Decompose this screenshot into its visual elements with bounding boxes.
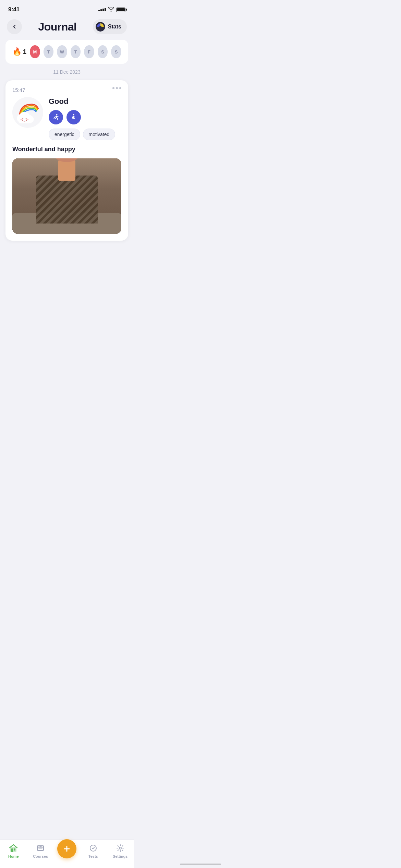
entry-date: 11 Dec 2023	[53, 69, 80, 75]
dot-1	[112, 87, 114, 89]
day-thursday[interactable]: T	[71, 45, 81, 58]
journal-entry-card: 15:47	[5, 80, 128, 241]
entry-content: Good	[12, 97, 121, 140]
day-friday[interactable]: F	[84, 45, 94, 58]
walk-activity-button[interactable]	[66, 110, 81, 124]
stats-label: Stats	[108, 24, 121, 30]
flame-icon: 🔥	[12, 47, 22, 56]
entry-note: Wonderful and happy	[12, 146, 121, 153]
tag-energetic[interactable]: energetic	[49, 129, 80, 140]
svg-point-16	[56, 114, 58, 116]
mood-details: Good	[49, 97, 121, 140]
streak-row: 🔥 1 M T W T F S S	[5, 40, 128, 64]
status-icons	[98, 7, 125, 13]
svg-point-15	[26, 119, 28, 120]
entry-image[interactable]	[12, 158, 121, 234]
entry-header: 15:47	[12, 87, 121, 93]
streak-count: 1	[23, 48, 26, 56]
stats-button[interactable]: Stats	[93, 19, 127, 34]
mood-emoji	[12, 97, 43, 128]
streak-badge: 🔥 1	[12, 47, 26, 56]
status-time: 9:41	[8, 6, 20, 13]
svg-point-1	[99, 26, 101, 28]
page-title: Journal	[38, 21, 76, 33]
wifi-icon	[108, 7, 114, 13]
day-wednesday[interactable]: W	[57, 45, 67, 58]
svg-point-11	[20, 112, 29, 119]
tag-motivated[interactable]: motivated	[83, 129, 116, 140]
exercise-activity-button[interactable]	[49, 110, 63, 124]
day-sunday[interactable]: S	[111, 45, 121, 58]
photo-content	[12, 158, 121, 234]
header: Journal Stats	[0, 16, 134, 40]
mood-title: Good	[49, 97, 121, 106]
day-tuesday[interactable]: T	[44, 45, 54, 58]
day-saturday[interactable]: S	[98, 45, 108, 58]
status-bar: 9:41	[0, 0, 134, 16]
svg-point-13	[26, 118, 27, 119]
battery-icon	[116, 8, 125, 12]
svg-point-12	[22, 118, 23, 119]
back-button[interactable]	[7, 19, 22, 34]
svg-point-17	[73, 114, 74, 116]
date-divider: 11 Dec 2023	[0, 64, 134, 80]
signal-icon	[98, 8, 106, 11]
dot-3	[119, 87, 121, 89]
entry-more-button[interactable]	[112, 87, 121, 89]
stats-icon	[96, 22, 105, 32]
tags-row: energetic motivated	[49, 129, 121, 140]
day-monday[interactable]: M	[30, 45, 40, 58]
entry-time: 15:47	[12, 87, 25, 93]
activity-icons	[49, 110, 121, 124]
dot-2	[116, 87, 118, 89]
svg-point-14	[20, 119, 22, 120]
